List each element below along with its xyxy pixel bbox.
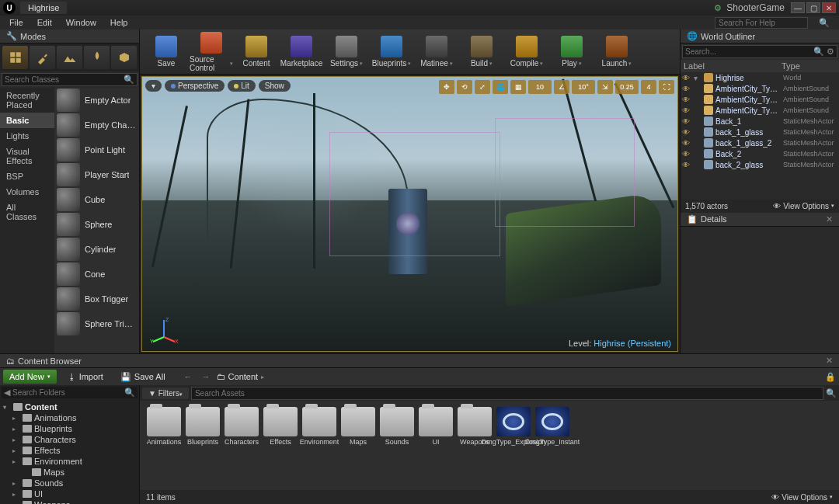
- actor-cylinder[interactable]: Cylinder: [54, 237, 139, 262]
- toolbar-marketplace-button[interactable]: Marketplace: [280, 32, 323, 72]
- viewport-show-button[interactable]: Show: [259, 80, 291, 92]
- outliner-row[interactable]: 👁AmbientCity_TypeC_StereoAmbientSound: [681, 83, 839, 94]
- tree-expand-icon[interactable]: ▸: [12, 502, 20, 505]
- asset-blueprints[interactable]: Blueprints: [185, 407, 221, 447]
- asset-animations[interactable]: Animations: [146, 407, 182, 447]
- outliner-options-icon[interactable]: ⚙: [827, 47, 834, 57]
- asset-dmgtype-instant[interactable]: DmgType_Instant: [534, 407, 570, 447]
- mode-geometry-button[interactable]: [111, 46, 137, 69]
- actor-empty-actor[interactable]: Empty Actor: [54, 88, 139, 113]
- tree-blueprints[interactable]: ▸Blueprints: [2, 423, 138, 434]
- outliner-row[interactable]: 👁back_1_glassStaticMeshActor: [681, 127, 839, 137]
- tree-maps[interactable]: Maps: [2, 467, 138, 478]
- toolbar-blueprints-button[interactable]: Blueprints▾: [370, 32, 413, 72]
- mode-place-button[interactable]: [2, 46, 28, 69]
- tree-expand-icon[interactable]: ▸: [12, 426, 20, 433]
- visibility-eye-icon[interactable]: 👁: [682, 150, 691, 158]
- toolbar-content-button[interactable]: Content: [235, 32, 278, 72]
- toolbar-launch-button[interactable]: Launch▾: [595, 32, 639, 72]
- menu-file[interactable]: File: [3, 16, 30, 29]
- tree-expand-icon[interactable]: ▸: [12, 436, 20, 443]
- toolbar-save-button[interactable]: Save: [144, 32, 188, 72]
- tree-expand-icon[interactable]: ▾: [694, 74, 701, 82]
- asset-ui[interactable]: UI: [418, 407, 454, 447]
- tree-content[interactable]: ▾Content: [2, 401, 138, 412]
- search-help-icon[interactable]: 🔍: [813, 16, 836, 30]
- maximize-button[interactable]: ▢: [806, 2, 820, 13]
- tree-environment[interactable]: ▸Environment: [2, 456, 138, 467]
- content-view-options[interactable]: 👁View Options▾: [771, 493, 833, 502]
- outliner-row[interactable]: 👁AmbientCity_TypeD_Stereo_0AmbientSound: [681, 105, 839, 116]
- viewport-lit-button[interactable]: Lit: [228, 80, 256, 92]
- modes-category-visual-effects[interactable]: Visual Effects: [0, 144, 54, 169]
- vp-scale-snap-button[interactable]: ⇲: [597, 80, 613, 94]
- actor-empty-character[interactable]: Empty Character: [54, 113, 139, 137]
- details-close-icon[interactable]: ✕: [826, 214, 833, 224]
- visibility-eye-icon[interactable]: 👁: [682, 96, 691, 104]
- outliner-row[interactable]: 👁back_1_glass_2StaticMeshActor: [681, 137, 839, 148]
- visibility-eye-icon[interactable]: 👁: [682, 128, 691, 137]
- filters-button[interactable]: ▼ Filters▾: [142, 388, 189, 399]
- visibility-eye-icon[interactable]: 👁: [682, 139, 691, 148]
- actor-point-light[interactable]: Point Light: [54, 137, 139, 162]
- visibility-eye-icon[interactable]: 👁: [682, 106, 691, 115]
- menu-window[interactable]: Window: [60, 16, 103, 29]
- tree-expand-icon[interactable]: ▸: [12, 415, 20, 422]
- asset-characters[interactable]: Characters: [224, 407, 259, 447]
- menu-help[interactable]: Help: [104, 16, 134, 29]
- viewport-axis-gizmo[interactable]: ZYX: [148, 314, 179, 345]
- breadcrumb[interactable]: 🗀Content▸: [217, 372, 265, 381]
- vp-transform-rotate-button[interactable]: ⟲: [457, 80, 472, 94]
- minimize-button[interactable]: —: [791, 2, 805, 13]
- tree-expand-icon[interactable]: ▸: [12, 480, 20, 487]
- toolbar-build-button[interactable]: Build▾: [460, 32, 503, 72]
- menu-edit[interactable]: Edit: [31, 16, 58, 29]
- viewport-perspective-button[interactable]: Perspective: [165, 80, 225, 92]
- vp-grid-snap[interactable]: 10: [528, 80, 552, 94]
- title-tab[interactable]: Highrise: [20, 2, 67, 14]
- modes-category-lights[interactable]: Lights: [0, 128, 54, 144]
- vp-angle-snap[interactable]: 10°: [572, 80, 595, 94]
- tree-effects[interactable]: ▸Effects: [2, 445, 138, 456]
- tree-characters[interactable]: ▸Characters: [2, 434, 138, 445]
- content-lock-icon[interactable]: 🔒: [825, 372, 836, 382]
- vp-camera-speed[interactable]: 4: [641, 80, 656, 94]
- save-all-button[interactable]: 💾Save All: [114, 370, 172, 384]
- close-button[interactable]: ✕: [822, 2, 836, 13]
- outliner-col-label[interactable]: Label: [684, 61, 782, 71]
- actor-sphere[interactable]: Sphere: [54, 212, 139, 237]
- nav-back-button[interactable]: ←: [181, 370, 196, 383]
- outliner-row[interactable]: 👁Back_2StaticMeshActor: [681, 148, 839, 159]
- vp-scale-snap[interactable]: 0.25: [615, 80, 639, 94]
- vp-transform-move-button[interactable]: ✥: [439, 80, 454, 94]
- modes-category-all-classes[interactable]: All Classes: [0, 200, 54, 224]
- actor-cube[interactable]: Cube: [54, 187, 139, 212]
- modes-category-volumes[interactable]: Volumes: [0, 184, 54, 200]
- content-browser-tab[interactable]: 🗂 Content Browser ✕: [0, 354, 839, 368]
- tree-toggle-icon[interactable]: ◀: [4, 388, 10, 398]
- asset-effects[interactable]: Effects: [263, 407, 298, 447]
- vp-maximize-button[interactable]: ⛶: [659, 80, 674, 94]
- vp-coord-button[interactable]: 🌐: [493, 80, 508, 94]
- vp-surface-snap-button[interactable]: ▦: [510, 80, 526, 94]
- mode-landscape-button[interactable]: [57, 46, 82, 69]
- mode-paint-button[interactable]: [30, 46, 55, 69]
- visibility-eye-icon[interactable]: 👁: [682, 74, 691, 82]
- outliner-row[interactable]: 👁Back_1StaticMeshActor: [681, 116, 839, 127]
- details-tab[interactable]: 📋 Details ✕: [681, 213, 839, 227]
- asset-environment[interactable]: Environment: [301, 407, 337, 447]
- tree-expand-icon[interactable]: ▸: [12, 458, 20, 465]
- modes-category-recently-placed[interactable]: Recently Placed: [0, 88, 54, 113]
- outliner-row[interactable]: 👁back_2_glassStaticMeshActor: [681, 159, 839, 170]
- outliner-search[interactable]: 🔍 ⚙: [682, 45, 837, 58]
- visibility-eye-icon[interactable]: 👁: [682, 117, 691, 126]
- search-folders-input[interactable]: [12, 388, 124, 397]
- outliner-view-options[interactable]: 👁View Options▾: [773, 202, 834, 210]
- nav-forward-button[interactable]: →: [199, 370, 214, 383]
- tree-animations[interactable]: ▸Animations: [2, 412, 138, 423]
- outliner-col-type[interactable]: Type: [782, 61, 836, 71]
- outliner-row[interactable]: 👁▾HighriseWorld: [681, 72, 839, 83]
- actor-player-start[interactable]: Player Start: [54, 162, 139, 187]
- search-assets-input[interactable]: [191, 387, 823, 400]
- modes-search[interactable]: 🔍: [2, 73, 138, 86]
